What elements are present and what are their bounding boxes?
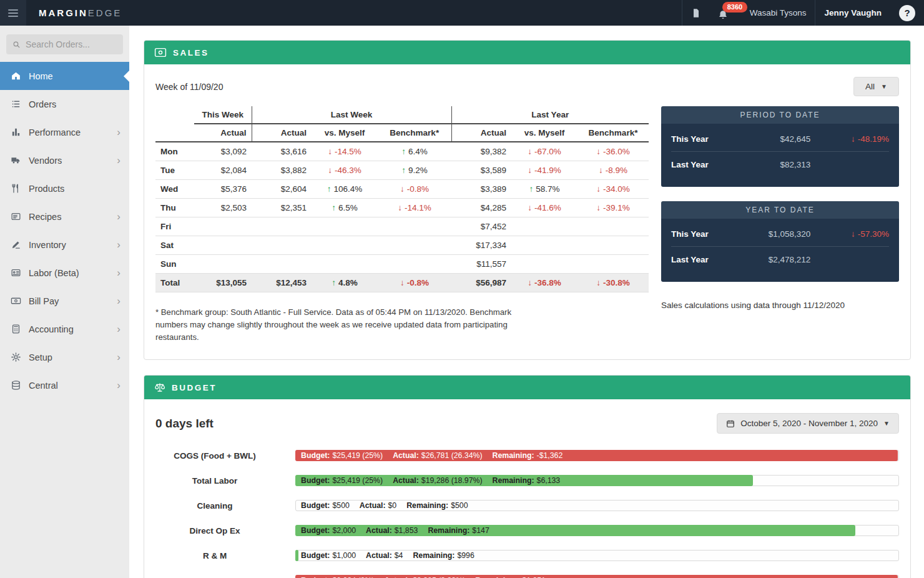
budget-category-label: Cleaning [155,501,274,511]
topbar: MARGINEDGE 8360 Wasabi Tysons Jenny Vaug… [0,0,924,26]
calendar-icon [726,419,735,428]
sidebar-item-setup[interactable]: Setup › [0,343,129,371]
budget-amount: Budget:$1,000 [301,551,356,560]
document-icon[interactable] [682,0,710,26]
sidebar-item-recipes[interactable]: Recipes › [0,202,129,231]
budget-toolbar: 0 days left October 5, 2020 - November 1… [155,413,899,434]
home-icon [9,71,22,81]
sidebar-item-vendors[interactable]: Vendors › [0,146,129,174]
tw-actual: $5,376 [194,180,252,199]
sidebar-item-performance[interactable]: Performance › [0,118,129,146]
ly-actual: $9,382 [451,142,511,161]
date-range-dropdown[interactable]: October 5, 2020 - November 1, 2020 ▼ [717,413,899,434]
chevron-right-icon: › [117,296,120,306]
budget-bar-text: Budget:$2,034 (2%) Actual:$3,385 (3.33%)… [301,576,546,578]
ly-vs-myself [511,236,578,255]
row-delta: -48.19% [810,134,889,144]
sidebar-item-home[interactable]: Home [0,62,129,90]
sales-panel-header: SALES [144,41,910,64]
card-title: PERIOD TO DATE [661,106,899,124]
lw-actual: $2,604 [252,180,312,199]
lw-benchmark: -0.8% [378,274,451,292]
sales-table: This Week Last Week Last Year Actual Act… [155,106,649,292]
tw-actual [194,255,252,274]
lw-actual [252,236,312,255]
sidebar-item-accounting[interactable]: Accounting › [0,315,129,343]
ly-vs-myself [511,217,578,236]
tw-actual: $2,084 [194,161,252,180]
lw-actual: $3,616 [252,142,312,161]
col-ly-vs-myself: vs. Myself [511,124,578,142]
lw-benchmark: -14.1% [378,199,451,217]
trend-value: -41.9% [528,166,561,175]
trend-value: -67.0% [528,147,561,156]
day-label: Sat [155,236,194,255]
sidebar-item-label: Accounting [29,324,74,334]
budget-progress-bar: Budget:$25,419 (25%) Actual:$19,286 (18.… [295,475,899,486]
card-title: YEAR TO DATE [661,201,899,219]
row-value: $1,058,320 [743,229,810,239]
ly-benchmark [578,217,649,236]
remaining-amount: Remaining:-$1,362 [493,451,563,460]
lw-benchmark: 6.4% [378,142,451,161]
sidebar-item-billpay[interactable]: Bill Pay › [0,287,129,315]
sales-filter-dropdown[interactable]: All ▼ [853,77,899,96]
budget-row-cogs: COGS (Food + BWL) Budget:$25,419 (25%) A… [155,450,899,461]
sales-panel-body: Week of 11/09/20 All ▼ [144,64,910,359]
sidebar-item-central[interactable]: Central › [0,371,129,399]
sidebar-item-label: Orders [29,99,56,109]
empty-header [155,124,194,142]
ly-vs-myself: -41.6% [511,199,578,217]
budget-bar-text: Budget:$1,000 Actual:$4 Remaining:$996 [301,551,474,561]
row-value: $2,478,212 [743,255,810,264]
trend-value: -14.1% [398,203,431,212]
benchmark-footnote: * Benchmark group: South Atlantic - Full… [155,306,543,343]
sidebar-item-orders[interactable]: Orders [0,90,129,118]
company-selector[interactable]: Wasabi Tysons [741,0,815,26]
sales-row-wed: Wed $5,376 $2,604 106.4% -0.8% $3,389 58… [155,180,649,199]
search-input[interactable] [26,39,117,49]
row-value: $42,645 [743,134,810,144]
ly-actual: $3,389 [451,180,511,199]
trend-value: -30.8% [596,278,630,287]
card-body: This Year $42,645 -48.19% Last Year $82,… [661,124,899,187]
trend-value: -36.8% [528,278,561,287]
row-label: This Year [671,134,743,144]
lw-vs-myself [312,236,378,255]
filter-value: All [865,82,875,91]
actual-amount: Actual:$4 [366,551,403,560]
chevron-right-icon: › [117,380,120,391]
row-label: This Year [671,229,743,239]
notification-badge: 8360 [722,2,747,12]
tw-actual [194,217,252,236]
budget-row-restaurant-supplies: Restaurant Supplies Budget:$2,034 (2%) A… [155,575,899,578]
hamburger-menu-icon[interactable] [0,0,26,26]
sidebar-item-inventory[interactable]: Inventory › [0,231,129,259]
tw-actual: $2,503 [194,199,252,217]
budget-amount: Budget:$2,000 [301,526,356,535]
scales-icon [154,382,165,393]
budget-category-label: Total Labor [155,476,274,486]
remaining-amount: Remaining:$500 [406,501,468,510]
day-label: Wed [155,180,194,199]
notifications-bell[interactable]: 8360 [710,0,741,26]
lw-vs-myself [312,255,378,274]
budget-progress-bar: Budget:$500 Actual:$0 Remaining:$500 [295,500,899,511]
user-menu[interactable]: Jenny Vaughn [815,0,890,26]
sidebar-item-labor[interactable]: Labor (Beta) › [0,259,129,287]
budget-progress-bar: Budget:$25,419 (25%) Actual:$26,781 (26.… [295,450,899,461]
ly-actual: $4,285 [451,199,511,217]
budget-bar-text: Budget:$2,000 Actual:$1,853 Remaining:$1… [301,526,489,536]
week-label: Week of 11/09/20 [155,82,223,92]
help-icon[interactable]: ? [899,5,915,21]
sidebar-item-label: Home [29,71,53,81]
sales-row-thu: Thu $2,503 $2,351 6.5% -14.1% $4,285 -41… [155,199,649,217]
sales-panel: SALES Week of 11/09/20 All ▼ [144,40,911,360]
sidebar-item-label: Inventory [29,240,66,250]
sidebar-item-label: Vendors [29,156,62,166]
budget-row-cleaning: Cleaning Budget:$500 Actual:$0 Remaining… [155,500,899,511]
sidebar-item-products[interactable]: Products [0,174,129,202]
sidebar-nav: Home Orders Performance › Vendors › Prod… [0,62,129,399]
col-lw-actual: Actual [252,124,312,142]
budget-amount: Budget:$25,419 (25%) [301,451,383,460]
